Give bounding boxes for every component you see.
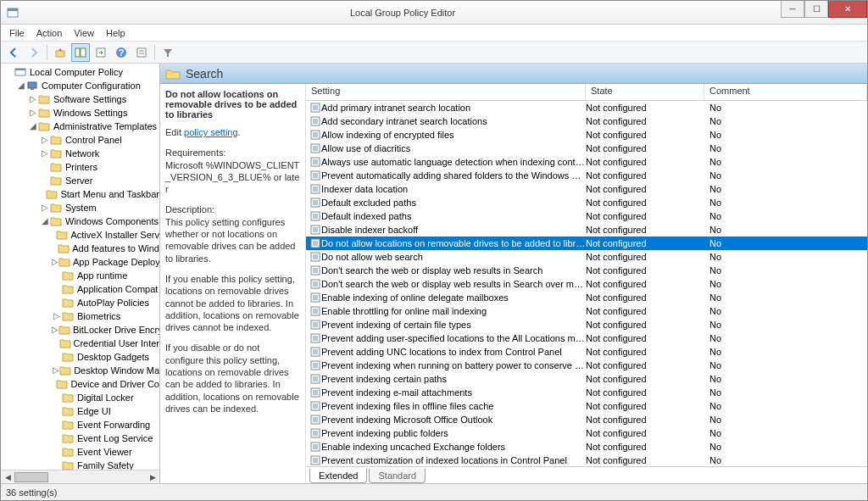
setting-row[interactable]: Do not allow locations on removable driv… [306, 237, 867, 250]
tree-item[interactable]: Family Safety [1, 459, 159, 470]
maximize-button[interactable]: ☐ [804, 1, 828, 18]
tree-expander[interactable]: ▷ [52, 258, 58, 266]
list-body[interactable]: Add primary intranet search locationNot … [306, 101, 867, 466]
menu-file[interactable]: File [4, 26, 30, 40]
tree-item[interactable]: AutoPlay Policies [1, 296, 159, 309]
setting-row[interactable]: Prevent indexing when running on battery… [306, 359, 867, 372]
menu-action[interactable]: Action [31, 26, 68, 40]
setting-row[interactable]: Enable indexing uncached Exchange folder… [306, 440, 867, 454]
tree-expander[interactable]: ◢ [28, 122, 37, 131]
desc-heading: Do not allow locations on removable driv… [165, 89, 300, 120]
setting-row[interactable]: Enable indexing of online delegate mailb… [306, 291, 867, 304]
tree-item[interactable]: Digital Locker [1, 391, 159, 404]
tree-expander[interactable]: ▷ [40, 149, 49, 158]
tree-item[interactable]: ▷BitLocker Drive Encry [1, 323, 159, 337]
tree-item[interactable]: Event Viewer [1, 445, 159, 459]
show-tree-button[interactable] [71, 43, 90, 62]
filter-button[interactable] [159, 43, 177, 62]
export-button[interactable] [92, 43, 110, 62]
setting-row[interactable]: Add secondary intranet search locationsN… [306, 114, 867, 128]
setting-name: Prevent indexing public folders [321, 428, 586, 438]
setting-row[interactable]: Allow indexing of encrypted filesNot con… [306, 128, 867, 142]
setting-row[interactable]: Always use automatic language detection … [306, 155, 867, 169]
tree-item[interactable]: Application Compat [1, 282, 159, 296]
tree-expander[interactable]: ▷ [52, 326, 58, 334]
tree-item[interactable]: ▷System [1, 201, 159, 214]
tree-item[interactable]: Edge UI [1, 404, 159, 418]
tree-item[interactable]: Server [1, 174, 159, 187]
setting-row[interactable]: Default indexed pathsNot configuredNo [306, 209, 867, 223]
setting-row[interactable]: Prevent adding user-specified locations … [306, 331, 867, 345]
tree-item[interactable]: ▷Desktop Window Ma [1, 364, 159, 377]
tree-item[interactable]: ◢Computer Configuration [1, 79, 159, 92]
setting-row[interactable]: Prevent indexing files in offline files … [306, 399, 867, 413]
setting-row[interactable]: Prevent indexing public foldersNot confi… [306, 426, 867, 440]
properties-button[interactable] [132, 43, 151, 62]
setting-comment: No [704, 170, 867, 181]
tree-item[interactable]: Event Log Service [1, 431, 159, 445]
up-button[interactable] [51, 43, 70, 62]
setting-row[interactable]: Do not allow web searchNot configuredNo [306, 250, 867, 264]
tree-item[interactable]: ▷App Package Deploy [1, 255, 159, 269]
setting-row[interactable]: Default excluded pathsNot configuredNo [306, 196, 867, 209]
tree-item[interactable]: ◢Administrative Templates [1, 120, 159, 133]
menu-view[interactable]: View [69, 26, 99, 40]
setting-row[interactable]: Allow use of diacriticsNot configuredNo [306, 142, 867, 155]
tree-item[interactable]: Local Computer Policy [1, 65, 159, 79]
tree-item[interactable]: ▷Software Settings [1, 92, 159, 106]
setting-row[interactable]: Indexer data locationNot configuredNo [306, 182, 867, 196]
tree-hscrollbar[interactable]: ◀ ▶ [1, 470, 159, 483]
tree-item[interactable]: Event Forwarding [1, 418, 159, 431]
setting-row[interactable]: Enable throttling for online mail indexi… [306, 304, 867, 318]
setting-row[interactable]: Prevent adding UNC locations to index fr… [306, 345, 867, 359]
close-button[interactable]: ✕ [828, 1, 867, 18]
setting-row[interactable]: Disable indexer backoffNot configuredNo [306, 223, 867, 237]
menu-help[interactable]: Help [101, 26, 131, 40]
tree-item[interactable]: Add features to Wind [1, 242, 159, 255]
setting-row[interactable]: Don't search the web or display web resu… [306, 277, 867, 291]
tree-expander[interactable]: ◢ [16, 81, 25, 90]
setting-row[interactable]: Don't search the web or display web resu… [306, 264, 867, 277]
setting-row[interactable]: Prevent customization of indexed locatio… [306, 454, 867, 466]
tree-item[interactable]: Desktop Gadgets [1, 350, 159, 364]
tree-item[interactable]: Start Menu and Taskbar [1, 187, 159, 201]
tree-label: Digital Locker [77, 392, 134, 403]
minimize-button[interactable]: ─ [781, 1, 804, 18]
forward-button[interactable] [25, 43, 43, 62]
tree-expander[interactable]: ▷ [40, 136, 49, 144]
tree-item[interactable]: ActiveX Installer Serv [1, 228, 159, 242]
help-button[interactable]: ? [112, 43, 131, 62]
tree-item[interactable]: ▷Control Panel [1, 133, 159, 147]
setting-row[interactable]: Prevent indexing certain pathsNot config… [306, 372, 867, 386]
tree-expander[interactable]: ▷ [28, 109, 37, 117]
back-button[interactable] [4, 43, 23, 62]
tree-item[interactable]: Printers [1, 160, 159, 174]
setting-row[interactable]: Add primary intranet search locationNot … [306, 101, 867, 114]
col-setting[interactable]: Setting [306, 84, 586, 100]
setting-row[interactable]: Prevent indexing of certain file typesNo… [306, 318, 867, 331]
tab-standard[interactable]: Standard [369, 469, 426, 483]
tree-item[interactable]: ▷Windows Settings [1, 106, 159, 120]
edit-policy-link[interactable]: policy setting [184, 127, 238, 137]
col-comment[interactable]: Comment [704, 84, 867, 100]
tree-item[interactable]: Credential User Inter [1, 337, 159, 350]
tree-item[interactable]: ▷Network [1, 147, 159, 160]
tree-item[interactable]: ◢Windows Components [1, 214, 159, 228]
tree-item[interactable]: ▷Biometrics [1, 309, 159, 323]
setting-row[interactable]: Prevent automatically adding shared fold… [306, 169, 867, 182]
tree-expander[interactable]: ◢ [40, 217, 49, 225]
tree-expander[interactable]: ▷ [40, 203, 49, 212]
tree-item[interactable]: App runtime [1, 269, 159, 282]
tree-item[interactable]: Device and Driver Co [1, 377, 159, 391]
tree-expander[interactable]: ▷ [52, 312, 61, 320]
tree-expander[interactable]: ▷ [52, 366, 59, 375]
setting-row[interactable]: Prevent indexing e-mail attachmentsNot c… [306, 386, 867, 399]
setting-row[interactable]: Prevent indexing Microsoft Office Outloo… [306, 413, 867, 426]
setting-name: Prevent automatically adding shared fold… [321, 170, 586, 181]
col-state[interactable]: State [586, 84, 704, 100]
setting-comment: No [704, 143, 867, 153]
tree[interactable]: Local Computer Policy◢Computer Configura… [1, 64, 159, 470]
tree-expander[interactable]: ▷ [28, 95, 37, 103]
svg-rect-4 [81, 48, 86, 57]
tab-extended[interactable]: Extended [309, 468, 367, 483]
